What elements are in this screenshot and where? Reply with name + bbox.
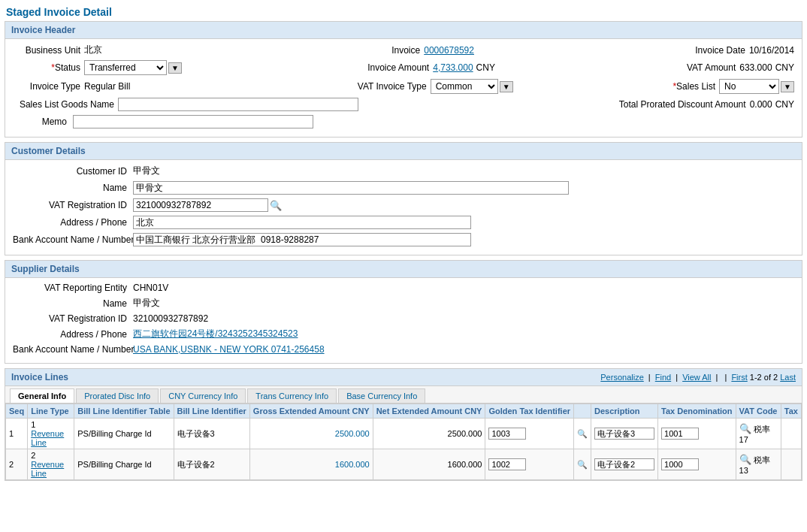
- supplier-vat-reporting-row: VAT Reporting Entity CHN01V: [13, 283, 794, 293]
- find-link[interactable]: Find: [655, 373, 671, 382]
- last-label[interactable]: Last: [780, 373, 796, 382]
- supplier-vat-reporting-value: CHN01V: [133, 283, 794, 293]
- sales-list-select[interactable]: No: [719, 79, 779, 94]
- col-tax-denom: Tax Denomination: [658, 404, 736, 419]
- invoice-type-value: Regular Bill: [84, 81, 130, 92]
- cell-line-num: 2Revenue Line: [28, 449, 74, 480]
- tax-denom-input[interactable]: [661, 428, 699, 440]
- cell-golden-tax: [485, 449, 574, 480]
- supplier-address-label: Address / Phone: [13, 329, 133, 340]
- tab-base-currency-info[interactable]: Base Currency Info: [338, 388, 425, 403]
- invoice-number-field: Invoice 0000678592: [289, 45, 564, 56]
- customer-name-input[interactable]: [133, 181, 569, 195]
- col-line-type: Line Type: [28, 404, 74, 419]
- supplier-vat-row: VAT Registration ID 321000932787892: [13, 313, 794, 324]
- customer-bank-input[interactable]: [133, 233, 471, 246]
- supplier-bank-value: USA BANK,USBNK - NEW YORK 0741-256458: [133, 344, 794, 355]
- vat-invoice-type-field: VAT Invoice Type Common ▼: [289, 79, 564, 94]
- cell-tax: [781, 419, 801, 449]
- invoice-header-row4: Sales List Goods Name Total Prorated Dis…: [13, 98, 794, 111]
- description-input[interactable]: [594, 428, 654, 440]
- page-title: Staged Invoice Detail: [0, 0, 807, 21]
- cell-gross-ext: 1600.000: [249, 449, 373, 480]
- status-field: *Status Transferred ▼: [13, 60, 289, 75]
- total-prorated-value: 0.000: [750, 99, 772, 110]
- cell-line-num: 1Revenue Line: [28, 419, 74, 449]
- cell-golden-tax: [485, 419, 574, 449]
- customer-bank-row: Bank Account Name / Number: [13, 233, 794, 246]
- invoice-header-row3: Invoice Type Regular Bill VAT Invoice Ty…: [13, 79, 794, 94]
- cell-net-ext: 2500.000: [373, 419, 485, 449]
- cell-net-ext: 1600.000: [373, 449, 485, 480]
- invoice-amount-value: 4,733.000: [433, 62, 473, 73]
- table-header-row: Seq Line Type Bill Line Identifier Table…: [6, 404, 802, 419]
- vat-invoice-type-select[interactable]: Common: [431, 79, 498, 94]
- table-row: 1 1Revenue Line PS/Billing Charge Id 电子设…: [6, 419, 802, 449]
- invoice-lines-table-container: Seq Line Type Bill Line Identifier Table…: [5, 404, 802, 480]
- cell-search[interactable]: 🔍: [574, 449, 591, 480]
- tab-cny-currency-info[interactable]: CNY Currency Info: [160, 388, 246, 403]
- cell-search[interactable]: 🔍: [574, 419, 591, 449]
- customer-vat-search-icon[interactable]: 🔍: [270, 200, 282, 211]
- col-net-ext: Net Extended Amount CNY: [373, 404, 485, 419]
- description-input[interactable]: [594, 458, 654, 470]
- customer-id-row: Customer ID 甲骨文: [13, 165, 794, 177]
- sales-list-dropdown-btn[interactable]: ▼: [781, 81, 794, 92]
- col-description: Description: [591, 404, 658, 419]
- golden-tax-input[interactable]: [488, 458, 526, 470]
- invoice-lines-title: Invoice Lines: [11, 372, 68, 382]
- vat-code-search-icon[interactable]: 🔍: [739, 454, 751, 465]
- supplier-name-row: Name 甲骨文: [13, 297, 794, 310]
- invoice-header-row5: Memo: [13, 115, 794, 128]
- invoice-lines-nav: Personalize | Find | View All | | First …: [600, 373, 796, 382]
- cell-bill-id: 电子设备3: [174, 419, 249, 449]
- tab-trans-currency-info[interactable]: Trans Currency Info: [247, 388, 337, 403]
- line-type-link[interactable]: Revenue Line: [31, 460, 64, 478]
- invoice-lines-section: Invoice Lines Personalize | Find | View …: [5, 368, 802, 481]
- sales-list-field: *Sales List No ▼: [564, 79, 794, 94]
- cell-bill-id: 电子设备2: [174, 449, 249, 480]
- line-type-link[interactable]: Revenue Line: [31, 429, 64, 447]
- supplier-bank-row: Bank Account Name / Number USA BANK,USBN…: [13, 344, 794, 355]
- sales-goods-label: Sales List Goods Name: [13, 99, 118, 110]
- col-seq: Seq: [6, 404, 28, 419]
- vat-invoice-type-label: VAT Invoice Type: [340, 81, 431, 92]
- view-all-link[interactable]: View All: [682, 373, 711, 382]
- total-prorated-field: Total Prorated Discount Amount 0.000 CNY: [533, 99, 794, 110]
- cell-tax-denom: [658, 449, 736, 480]
- customer-details-title: Customer Details: [5, 143, 802, 160]
- sales-goods-field: Sales List Goods Name: [13, 98, 533, 111]
- invoice-number-value[interactable]: 0000678592: [424, 45, 474, 56]
- first-label[interactable]: First: [731, 373, 747, 382]
- tab-prorated-disc-info[interactable]: Prorated Disc Info: [76, 388, 159, 403]
- col-gross-ext: Gross Extended Amount CNY: [249, 404, 373, 419]
- status-select[interactable]: Transferred: [84, 60, 167, 75]
- col-bill-id: Bill Line Identifier: [174, 404, 249, 419]
- supplier-name-label: Name: [13, 298, 133, 309]
- sales-goods-input[interactable]: [118, 98, 358, 111]
- cell-bill-id-table: PS/Billing Charge Id: [74, 449, 174, 480]
- page-info: 1-2 of 2: [750, 373, 778, 382]
- golden-tax-input[interactable]: [488, 428, 526, 440]
- supplier-details-body: VAT Reporting Entity CHN01V Name 甲骨文 VAT…: [5, 278, 802, 363]
- customer-bank-label: Bank Account Name / Number: [13, 234, 133, 245]
- personalize-link[interactable]: Personalize: [600, 373, 643, 382]
- memo-input[interactable]: [73, 115, 313, 128]
- tax-denom-input[interactable]: [661, 458, 699, 470]
- invoice-amount-currency: CNY: [476, 62, 495, 73]
- supplier-address-row: Address / Phone 西二旗软件园24号楼/3243252345324…: [13, 328, 794, 340]
- tab-general-info[interactable]: General Info: [10, 388, 74, 403]
- cell-vat-code: 🔍 税率17: [736, 419, 781, 449]
- table-row: 2 2Revenue Line PS/Billing Charge Id 电子设…: [6, 449, 802, 480]
- customer-address-input[interactable]: [133, 216, 471, 229]
- customer-vat-input[interactable]: [133, 198, 268, 212]
- sales-list-label: *Sales List: [659, 81, 719, 92]
- customer-address-label: Address / Phone: [13, 217, 133, 228]
- col-bill-id-table: Bill Line Identifier Table: [74, 404, 174, 419]
- supplier-vat-reporting-label: VAT Reporting Entity: [13, 283, 133, 293]
- invoice-label: Invoice: [379, 45, 424, 56]
- status-dropdown-btn[interactable]: ▼: [168, 62, 182, 74]
- vat-code-search-icon[interactable]: 🔍: [739, 423, 751, 434]
- invoice-lines-header: Invoice Lines Personalize | Find | View …: [5, 369, 802, 386]
- vat-type-dropdown-btn[interactable]: ▼: [500, 81, 513, 92]
